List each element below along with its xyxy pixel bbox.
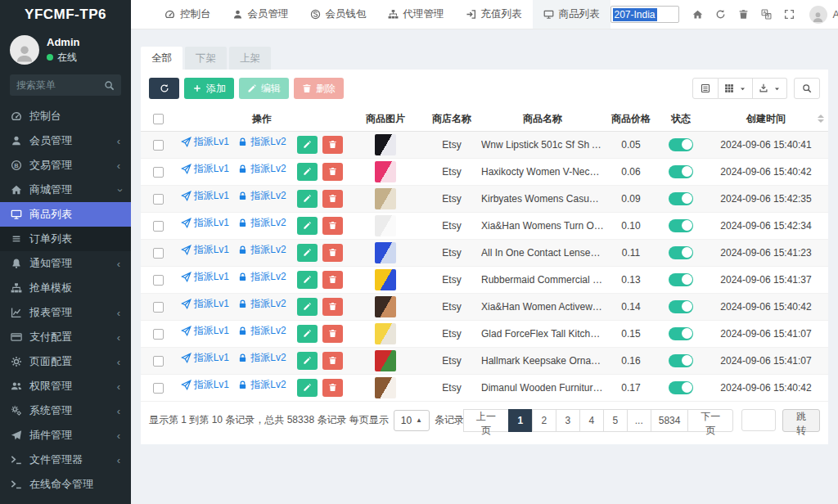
- clear-cache-trash-icon[interactable]: [738, 9, 750, 20]
- sidebar-item[interactable]: 控制台: [0, 104, 131, 128]
- row-edit-button[interactable]: [297, 352, 318, 370]
- row-edit-button[interactable]: [297, 379, 318, 397]
- sidebar-item[interactable]: 会员管理: [0, 128, 131, 153]
- assign-lv2-link[interactable]: 指派Lv2: [237, 189, 286, 203]
- add-button[interactable]: 添加: [184, 78, 234, 99]
- filter-tab[interactable]: 上架: [229, 47, 271, 70]
- topbar-tab[interactable]: 商品列表: [533, 0, 610, 29]
- topbar-tab[interactable]: 控制台: [154, 0, 222, 29]
- row-edit-button[interactable]: [297, 190, 318, 208]
- row-checkbox[interactable]: [153, 329, 164, 340]
- assign-lv2-link[interactable]: 指派Lv2: [237, 243, 286, 257]
- topbar-tab[interactable]: 充值列表: [455, 0, 533, 29]
- refresh-button[interactable]: [149, 78, 179, 99]
- assign-lv1-link[interactable]: 指派Lv1: [181, 351, 229, 365]
- sidebar-item[interactable]: 文件管理器: [0, 448, 131, 472]
- page-button[interactable]: ...: [627, 409, 651, 432]
- product-image[interactable]: [375, 377, 396, 398]
- quick-input[interactable]: 207-India: [610, 6, 679, 23]
- fullscreen-icon[interactable]: [784, 9, 795, 20]
- row-delete-button[interactable]: [322, 352, 343, 370]
- sidebar-item[interactable]: 在线命令管理: [0, 472, 131, 497]
- row-checkbox[interactable]: [153, 383, 164, 394]
- assign-lv1-link[interactable]: 指派Lv1: [181, 297, 229, 311]
- assign-lv2-link[interactable]: 指派Lv2: [237, 216, 286, 230]
- refresh-icon[interactable]: [715, 9, 727, 20]
- product-image[interactable]: [375, 296, 396, 317]
- sidebar-item[interactable]: B 交易管理: [0, 153, 131, 178]
- page-button[interactable]: 5: [603, 409, 628, 432]
- translate-icon[interactable]: [761, 9, 773, 20]
- status-toggle[interactable]: [669, 327, 693, 340]
- sidebar-item[interactable]: 通知管理: [0, 251, 131, 276]
- status-toggle[interactable]: [669, 354, 693, 367]
- row-checkbox[interactable]: [153, 302, 164, 313]
- row-edit-button[interactable]: [297, 136, 318, 154]
- status-toggle[interactable]: [669, 273, 693, 286]
- filter-tab[interactable]: 全部: [141, 47, 182, 70]
- edit-button[interactable]: 编辑: [239, 78, 289, 99]
- row-delete-button[interactable]: [322, 136, 343, 154]
- topbar-tab[interactable]: 会员钱包: [300, 0, 377, 29]
- menu-search-input[interactable]: [16, 79, 104, 91]
- assign-lv2-link[interactable]: 指派Lv2: [237, 162, 286, 176]
- sidebar-item[interactable]: 订单列表: [0, 227, 131, 251]
- page-button[interactable]: 下一页: [687, 409, 733, 432]
- row-checkbox[interactable]: [153, 275, 164, 286]
- sidebar-item[interactable]: 插件管理: [0, 423, 131, 448]
- row-delete-button[interactable]: [322, 271, 343, 289]
- row-edit-button[interactable]: [297, 163, 318, 181]
- row-edit-button[interactable]: [297, 271, 318, 289]
- sidebar-item[interactable]: 商城管理: [0, 178, 131, 202]
- sort-icon[interactable]: [818, 111, 824, 126]
- assign-lv1-link[interactable]: 指派Lv1: [181, 162, 229, 176]
- delete-button[interactable]: 删除: [294, 78, 344, 99]
- jump-page-input[interactable]: [741, 409, 776, 431]
- home-icon[interactable]: [692, 9, 704, 20]
- assign-lv1-link[interactable]: 指派Lv1: [181, 135, 229, 149]
- column-header-time[interactable]: 创建时间: [704, 107, 828, 131]
- page-button[interactable]: 1: [508, 409, 533, 432]
- jump-button[interactable]: 跳转: [782, 409, 820, 432]
- page-button[interactable]: 3: [556, 409, 580, 432]
- row-checkbox[interactable]: [153, 221, 164, 232]
- sidebar-item[interactable]: 商品列表: [0, 202, 131, 227]
- row-delete-button[interactable]: [322, 379, 343, 397]
- row-checkbox[interactable]: [153, 194, 164, 205]
- product-image[interactable]: [375, 134, 396, 155]
- assign-lv1-link[interactable]: 指派Lv1: [181, 324, 229, 338]
- status-toggle[interactable]: [669, 219, 693, 232]
- assign-lv1-link[interactable]: 指派Lv1: [181, 216, 229, 230]
- topbar-tab[interactable]: 代理管理: [377, 0, 455, 29]
- assign-lv2-link[interactable]: 指派Lv2: [237, 135, 286, 149]
- search-toggle-button[interactable]: [794, 78, 820, 99]
- row-checkbox[interactable]: [153, 140, 164, 151]
- row-delete-button[interactable]: [322, 190, 343, 208]
- sidebar-item[interactable]: 权限管理: [0, 374, 131, 398]
- row-checkbox[interactable]: [153, 356, 164, 367]
- topbar-user-menu[interactable]: Admin: [809, 6, 838, 24]
- export-button[interactable]: [753, 78, 787, 99]
- sidebar-item[interactable]: 报表管理: [0, 300, 131, 325]
- search-icon[interactable]: [104, 80, 115, 91]
- row-edit-button[interactable]: [297, 298, 318, 316]
- product-image[interactable]: [375, 188, 396, 209]
- product-image[interactable]: [375, 323, 396, 344]
- detail-view-button[interactable]: [692, 78, 719, 99]
- page-size-dropdown[interactable]: 10 ▲: [394, 410, 430, 431]
- row-delete-button[interactable]: [322, 163, 343, 181]
- row-delete-button[interactable]: [322, 298, 343, 316]
- row-delete-button[interactable]: [322, 217, 343, 235]
- product-image[interactable]: [375, 350, 396, 371]
- sidebar-item[interactable]: 抢单模板: [0, 276, 131, 300]
- status-toggle[interactable]: [669, 381, 693, 394]
- status-toggle[interactable]: [669, 300, 693, 313]
- assign-lv1-link[interactable]: 指派Lv1: [181, 189, 229, 203]
- assign-lv2-link[interactable]: 指派Lv2: [237, 351, 286, 365]
- page-button[interactable]: 上一页: [463, 409, 509, 432]
- assign-lv1-link[interactable]: 指派Lv1: [181, 243, 229, 257]
- topbar-tab[interactable]: 会员管理: [222, 0, 300, 29]
- status-toggle[interactable]: [669, 246, 693, 259]
- row-checkbox[interactable]: [153, 248, 164, 259]
- product-image[interactable]: [375, 215, 396, 236]
